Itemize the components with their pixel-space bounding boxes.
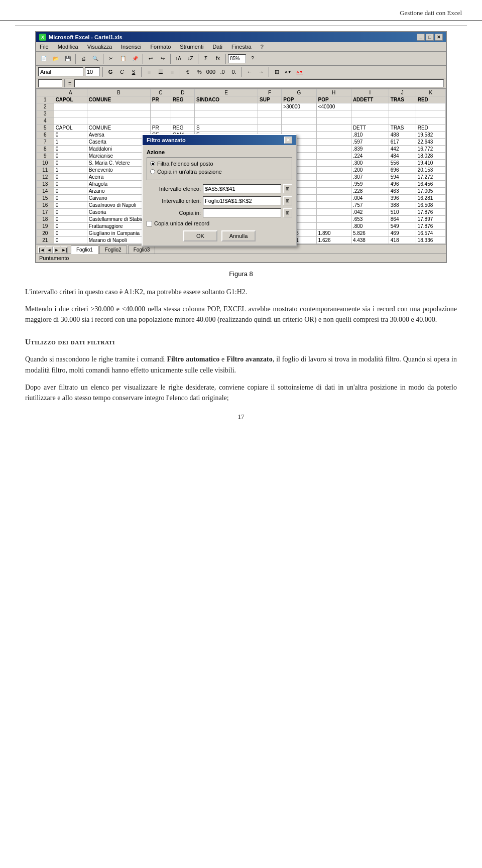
table-cell[interactable]: PR <box>150 125 171 132</box>
table-cell[interactable]: SUP <box>258 96 282 103</box>
table-cell[interactable]: 484 <box>389 153 416 160</box>
table-cell[interactable] <box>171 103 194 110</box>
table-cell[interactable]: Casalnuovo di Napoli <box>87 202 150 209</box>
table-cell[interactable]: 16.281 <box>416 195 445 202</box>
table-cell[interactable]: 17.272 <box>416 174 445 181</box>
table-cell[interactable] <box>282 117 316 125</box>
paste-button[interactable]: 📌 <box>130 54 141 64</box>
menu-help[interactable]: ? <box>259 43 265 50</box>
row-number[interactable]: 14 <box>37 188 54 195</box>
table-cell[interactable]: CAPOL <box>54 96 87 103</box>
cell-reference-input[interactable]: A1 <box>38 79 62 87</box>
table-cell[interactable] <box>316 223 351 230</box>
row-number[interactable]: 9 <box>37 153 54 160</box>
tab-nav-last[interactable]: ►| <box>61 246 68 254</box>
table-cell[interactable] <box>258 125 282 132</box>
radio-2[interactable] <box>150 169 155 174</box>
table-cell[interactable] <box>316 209 351 216</box>
table-cell[interactable]: 0 <box>54 174 87 181</box>
table-cell[interactable] <box>389 103 416 110</box>
table-cell[interactable]: Castellammare di Stabia <box>87 216 150 223</box>
row-number[interactable]: 7 <box>37 139 54 146</box>
table-cell[interactable]: 469 <box>389 230 416 237</box>
table-cell[interactable]: 18.336 <box>416 237 445 244</box>
table-cell[interactable] <box>171 110 194 117</box>
table-cell[interactable]: Maddaloni <box>87 146 150 153</box>
table-cell[interactable] <box>150 110 171 117</box>
table-cell[interactable]: CAPOL <box>54 125 87 132</box>
table-cell[interactable]: 696 <box>389 167 416 174</box>
table-cell[interactable]: 864 <box>389 216 416 223</box>
table-cell[interactable]: S <box>195 125 258 132</box>
table-row[interactable]: 1CAPOLCOMUNEPRREGSINDACOSUPPOPPOPADDETTT… <box>37 96 446 103</box>
table-cell[interactable] <box>316 146 351 153</box>
table-cell[interactable]: RED <box>416 96 445 103</box>
table-cell[interactable]: 16.508 <box>416 202 445 209</box>
table-cell[interactable]: 1.626 <box>316 237 351 244</box>
underline-button[interactable]: S <box>129 67 139 76</box>
table-cell[interactable]: SINDACO <box>195 96 258 103</box>
table-cell[interactable]: 0 <box>54 153 87 160</box>
table-cell[interactable]: Acerra <box>87 174 150 181</box>
table-cell[interactable]: 0 <box>54 132 87 139</box>
sum-button[interactable]: Σ <box>200 54 211 64</box>
table-cell[interactable]: .224 <box>351 153 389 160</box>
table-cell[interactable]: 510 <box>389 209 416 216</box>
preview-button[interactable]: 🔍 <box>90 54 101 64</box>
table-cell[interactable] <box>258 103 282 110</box>
table-row[interactable]: 4 <box>37 117 446 125</box>
table-cell[interactable]: TRAS <box>389 96 416 103</box>
table-cell[interactable] <box>150 117 171 125</box>
table-cell[interactable]: Arzano <box>87 188 150 195</box>
table-cell[interactable]: 16.574 <box>416 230 445 237</box>
checkbox-row[interactable]: Copia unica dei record <box>147 220 292 226</box>
row-number[interactable]: 11 <box>37 167 54 174</box>
intervallo-criteri-browse[interactable]: ⊞ <box>283 196 292 205</box>
table-cell[interactable]: Afragola <box>87 181 150 188</box>
table-cell[interactable]: .228 <box>351 188 389 195</box>
table-cell[interactable]: .653 <box>351 216 389 223</box>
row-number[interactable]: 21 <box>37 237 54 244</box>
table-cell[interactable]: 0 <box>54 230 87 237</box>
row-number[interactable]: 16 <box>37 202 54 209</box>
border-button[interactable]: ⊞ <box>272 67 282 76</box>
table-cell[interactable]: PR <box>150 96 171 103</box>
table-cell[interactable] <box>316 132 351 139</box>
table-cell[interactable] <box>171 117 194 125</box>
table-cell[interactable]: 22.643 <box>416 139 445 146</box>
table-cell[interactable]: 20.153 <box>416 167 445 174</box>
table-cell[interactable]: 1 <box>54 139 87 146</box>
row-number[interactable]: 1 <box>37 96 54 103</box>
table-cell[interactable] <box>54 110 87 117</box>
row-number[interactable]: 6 <box>37 132 54 139</box>
table-cell[interactable]: 0 <box>54 160 87 167</box>
table-cell[interactable] <box>316 195 351 202</box>
table-cell[interactable]: .959 <box>351 181 389 188</box>
table-cell[interactable] <box>389 110 416 117</box>
sort-asc-button[interactable]: ↑A <box>173 54 184 64</box>
table-cell[interactable] <box>316 110 351 117</box>
table-cell[interactable] <box>316 117 351 125</box>
table-cell[interactable]: Benevento <box>87 167 150 174</box>
table-cell[interactable]: S. Maria C. Vetere <box>87 160 150 167</box>
table-cell[interactable]: 4.438 <box>351 237 389 244</box>
font-size-input[interactable] <box>85 67 100 76</box>
table-cell[interactable]: REG <box>171 125 194 132</box>
table-cell[interactable]: POP <box>316 96 351 103</box>
row-number[interactable]: 2 <box>37 103 54 110</box>
menu-dati[interactable]: Dati <box>211 43 224 50</box>
copy-button[interactable]: 📋 <box>117 54 129 64</box>
table-cell[interactable]: COMUNE <box>87 96 150 103</box>
table-cell[interactable]: 17.005 <box>416 188 445 195</box>
table-cell[interactable]: Caivano <box>87 195 150 202</box>
table-cell[interactable] <box>351 117 389 125</box>
table-cell[interactable] <box>416 103 445 110</box>
save-button[interactable]: 💾 <box>62 54 73 64</box>
table-cell[interactable] <box>258 110 282 117</box>
undo-button[interactable]: ↩ <box>145 54 156 64</box>
table-cell[interactable]: 0 <box>54 237 87 244</box>
table-cell[interactable]: 19.582 <box>416 132 445 139</box>
align-center-button[interactable]: ☰ <box>156 67 166 76</box>
table-cell[interactable]: 0 <box>54 195 87 202</box>
table-cell[interactable]: 16.456 <box>416 181 445 188</box>
